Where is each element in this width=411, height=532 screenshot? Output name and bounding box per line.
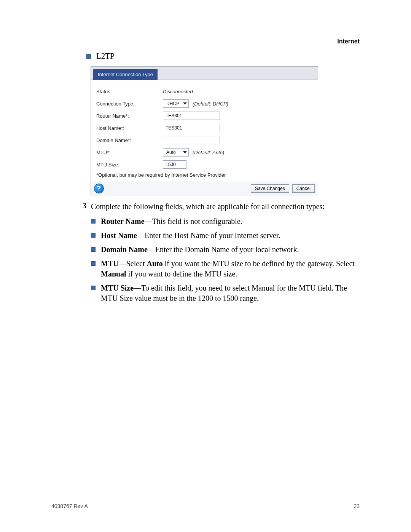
bullet-bold: MTU Size [101,284,134,292]
connection-type-value: DHCP [166,101,179,106]
connection-type-hint: (Default: DHCP) [193,101,228,107]
bullet-square-icon [86,54,91,59]
status-value: Disconnected [163,89,193,94]
bullet-mid: —Select [119,259,147,268]
mtu-select[interactable]: Auto [163,148,189,157]
row-connection-type: Connection Type: DHCP (Default: DHCP) [96,97,312,110]
chevron-down-icon [183,102,187,105]
bullet-bold: Router Name [101,217,145,225]
row-domain-name: Domain Name*: [96,134,312,146]
bullet-rest: —This field is not configurable. [145,217,242,225]
bullet-rest: —Enter the Domain Name of your local net… [148,245,299,254]
tab-strip: Internet Connection Type [91,67,318,80]
step-intro: Complete the following fields, which are… [91,201,360,212]
bullet-bold: Manual [101,270,126,278]
domain-name-input[interactable] [163,136,220,144]
help-icon[interactable]: ? [94,184,104,193]
bullet-square-icon [91,247,96,252]
bullet-host-name: Host Name—Enter the Host Name of your In… [91,230,360,241]
bullet-domain-name: Domain Name—Enter the Domain Name of you… [91,244,360,255]
bullet-bold: Host Name [101,231,137,240]
bullet-square-icon [91,286,96,290]
mtu-size-label: MTU Size: [96,162,163,168]
step-row: 3 Complete the following fields, which a… [76,201,360,307]
button-bar: ? Save Changes Cancel [91,182,318,195]
domain-name-label: Domain Name*: [96,137,163,143]
page-footer: 4038767 Rev A 23 [51,503,360,509]
mtu-label: MTU*: [96,150,163,155]
bullet-square-icon [91,219,96,224]
footer-left: 4038767 Rev A [51,503,88,509]
chevron-down-icon [183,151,187,153]
row-status: Status: Disconnected [96,85,312,97]
bullet-bold: Auto [147,259,163,268]
router-name-input[interactable] [163,112,220,120]
connection-type-label: Connection Type: [96,101,163,107]
section-header: Internet [337,38,360,45]
cancel-button[interactable]: Cancel [292,184,315,193]
status-label: Status: [96,89,163,94]
bullet-mtu-size: MTU Size—To edit this field, you need to… [91,283,360,304]
mtu-value: Auto [166,150,176,155]
save-changes-button[interactable]: Save Changes [251,184,289,193]
bullet-square-icon [91,233,96,238]
router-config-panel: Internet Connection Type Status: Disconn… [91,66,318,195]
footer-right: 23 [354,503,360,509]
top-bullet-row: L2TP [86,51,360,61]
bullet-rest: —Enter the Host Name of your Internet se… [137,231,280,240]
mtu-hint: (Default: Auto) [193,150,224,155]
bullet-router-name: Router Name—This field is not configurab… [91,216,360,227]
row-router-name: Router Name*: [96,110,312,122]
row-mtu-size: MTU Size: [96,158,312,171]
form-footnote: *Optional, but may be required by Intern… [96,172,312,178]
bullet-bold: MTU [101,259,119,268]
bullet-mid: if you want to define the MTU size. [126,270,237,278]
connection-type-select[interactable]: DHCP [163,99,189,108]
form-area: Status: Disconnected Connection Type: DH… [91,80,318,182]
host-name-input[interactable] [163,124,220,132]
bullet-rest: —To edit this field, you need to select … [101,284,347,302]
row-host-name: Host Name*: [96,122,312,134]
bullet-mid: if you want the MTU size to be defined b… [163,259,355,268]
router-name-label: Router Name*: [96,113,163,119]
page: Internet L2TP Internet Connection Type S… [0,0,411,532]
step-number: 3 [76,201,86,307]
top-bullet-label: L2TP [96,51,115,61]
mtu-size-input[interactable] [163,160,186,169]
bullet-mtu: MTU—Select Auto if you want the MTU size… [91,259,360,279]
bullet-bold: Domain Name [101,245,148,254]
tab-internet-connection-type[interactable]: Internet Connection Type [93,69,158,80]
content-area: L2TP Internet Connection Type Status: Di… [86,51,360,307]
bullet-square-icon [91,261,96,266]
row-mtu: MTU*: Auto (Default: Auto) [96,146,312,158]
sub-bullets: Router Name—This field is not configurab… [91,216,360,304]
host-name-label: Host Name*: [96,125,163,131]
